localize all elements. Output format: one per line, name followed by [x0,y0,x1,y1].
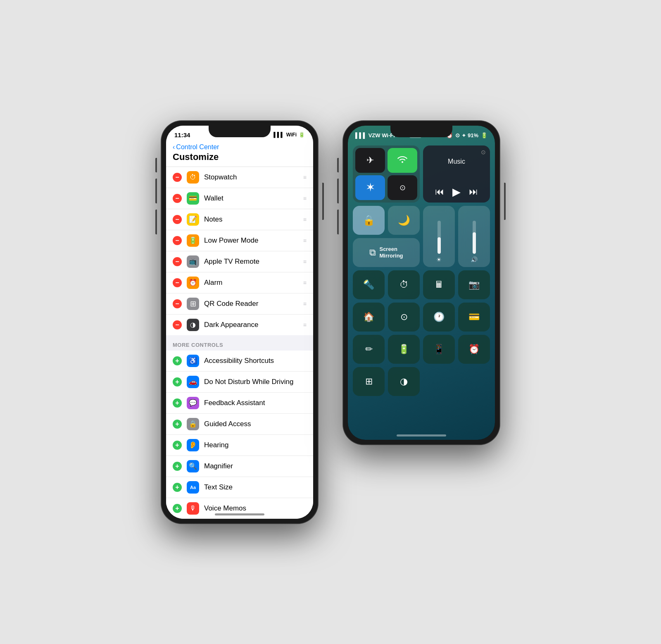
notch [209,126,271,137]
list-item[interactable]: − ⏰ Alarm ≡ [166,272,313,293]
item-icon-text-size: Aa [187,481,199,494]
add-button[interactable]: + [173,420,182,429]
music-tile[interactable]: ⊙ Music ⏮ ▶ ⏭ [423,145,490,203]
wallet-cc-icon: 💳 [468,312,480,322]
calculator-icon: 🖩 [435,279,444,290]
wallet-cc-tile[interactable]: 💳 [458,303,490,332]
empty-cell-2 [458,367,490,396]
add-button[interactable]: + [173,356,182,365]
add-button[interactable]: + [173,504,182,513]
airplane-mode-tile[interactable]: ✈ [355,148,385,173]
drag-handle-wallet[interactable]: ≡ [303,195,307,202]
settings-screen: 11:34 ▌▌▌ WiFi 🔋 ‹ Control Center Custom… [166,126,313,519]
rotation-lock-tile[interactable]: 🔒 [353,206,385,235]
mute-button[interactable] [337,158,339,172]
brightness-tile[interactable]: ☀ [423,206,455,267]
bluetooth-tile[interactable]: ✶ [355,175,385,200]
add-button[interactable]: + [173,462,182,471]
list-item[interactable]: − 🔋 Low Power Mode ≡ [166,230,313,251]
calculator-tile[interactable]: 🖩 [423,270,455,299]
back-chevron-icon: ‹ [173,143,175,151]
item-label-dark: Dark Appearance [204,321,298,329]
drag-handle-apple-tv[interactable]: ≡ [303,258,307,265]
list-item[interactable]: + 🔒 Guided Access [166,414,313,435]
mute-button[interactable] [155,158,157,172]
play-button[interactable]: ▶ [452,186,461,198]
list-item[interactable]: + Aa Text Size [166,477,313,498]
do-not-disturb-tile[interactable]: 🌙 [388,206,420,235]
airplay-music-icon[interactable]: ⊙ [481,149,486,155]
remove-button[interactable]: − [173,236,182,245]
remove-button[interactable]: − [173,173,182,182]
item-label-guided-access: Guided Access [204,420,307,428]
flashlight-tile[interactable]: 🔦 [353,270,385,299]
power-button[interactable] [322,183,324,220]
qr-cc-tile[interactable]: ⊞ [353,367,385,396]
list-item[interactable]: − ⏱ Stopwatch ≡ [166,167,313,188]
list-item[interactable]: − 📺 Apple TV Remote ≡ [166,251,313,272]
power-button[interactable] [504,183,506,220]
volume-up-button[interactable] [337,179,339,203]
list-item[interactable]: + 🔍 Magnifier [166,456,313,477]
home-indicator-cc[interactable] [397,434,446,436]
list-item[interactable]: − 📝 Notes ≡ [166,209,313,230]
camera-tile[interactable]: 📷 [458,270,490,299]
wifi-tile[interactable] [388,148,417,173]
remove-button[interactable]: − [173,299,182,308]
list-item[interactable]: − 💳 Wallet ≡ [166,188,313,209]
remove-button[interactable]: − [173,278,182,287]
item-label-notes: Notes [204,215,298,224]
drag-handle-notes[interactable]: ≡ [303,216,307,223]
more-controls-header: MORE CONTROLS [166,335,313,351]
fast-forward-button[interactable]: ⏭ [469,186,478,197]
volume-tile[interactable]: 🔊 [458,206,490,267]
volume-icon: 🔊 [471,256,478,263]
list-item[interactable]: + ♿ Accessibility Shortcuts [166,351,313,372]
item-icon-apple-tv: 📺 [187,255,199,268]
notch-cc [390,126,452,137]
volume-down-button[interactable] [155,210,157,234]
remove-button[interactable]: − [173,215,182,224]
list-item[interactable]: + 💬 Feedback Assistant [166,393,313,414]
item-label-wallet: Wallet [204,194,298,203]
drag-handle-qr[interactable]: ≡ [303,301,307,307]
add-button[interactable]: + [173,441,182,450]
rewind-button[interactable]: ⏮ [435,186,444,197]
remote-tile[interactable]: 📱 [423,335,455,364]
item-label-low-power: Low Power Mode [204,236,298,245]
drag-handle-dark[interactable]: ≡ [303,322,307,328]
remove-button[interactable]: − [173,194,182,203]
radio-tile[interactable]: ⊙ [388,303,420,332]
battery-cc-tile[interactable]: 🔋 [388,335,420,364]
notes-cc-icon: ✏ [365,344,373,355]
timer-tile[interactable]: ⏱ [388,270,420,299]
notes-cc-tile[interactable]: ✏ [353,335,385,364]
list-item[interactable]: + 🚗 Do Not Disturb While Driving [166,372,313,393]
volume-down-button[interactable] [337,210,339,234]
airdrop-tile[interactable]: ⊙ [388,175,417,200]
drag-handle-low-power[interactable]: ≡ [303,237,307,244]
volume-up-button[interactable] [155,179,157,203]
clock-tile[interactable]: 🕐 [423,303,455,332]
remove-button[interactable]: − [173,257,182,266]
dark-cc-tile[interactable]: ◑ [388,367,420,396]
drag-handle-stopwatch[interactable]: ≡ [303,174,307,181]
back-label[interactable]: Control Center [176,143,219,151]
list-item[interactable]: + 👂 Hearing [166,435,313,456]
add-button[interactable]: + [173,398,182,408]
alarm-cc-icon: ⏰ [468,344,480,355]
back-button[interactable]: ‹ Control Center [173,143,307,151]
list-item[interactable]: − ⊞ QR Code Reader ≡ [166,293,313,315]
add-button[interactable]: + [173,377,182,386]
remove-button[interactable]: − [173,320,182,329]
more-controls-list: + ♿ Accessibility Shortcuts + 🚗 Do Not D… [166,351,313,519]
screen-mirroring-tile[interactable]: ⧉ ScreenMirroring [353,238,420,267]
drag-handle-alarm[interactable]: ≡ [303,279,307,286]
list-item[interactable]: − ◑ Dark Appearance ≡ [166,315,313,335]
item-label-apple-tv: Apple TV Remote [204,258,298,266]
add-button[interactable]: + [173,483,182,492]
home-tile[interactable]: 🏠 [353,303,385,332]
list-item[interactable]: + 🎙 Voice Memos [166,498,313,519]
alarm-cc-tile[interactable]: ⏰ [458,335,490,364]
home-indicator[interactable] [215,513,264,515]
